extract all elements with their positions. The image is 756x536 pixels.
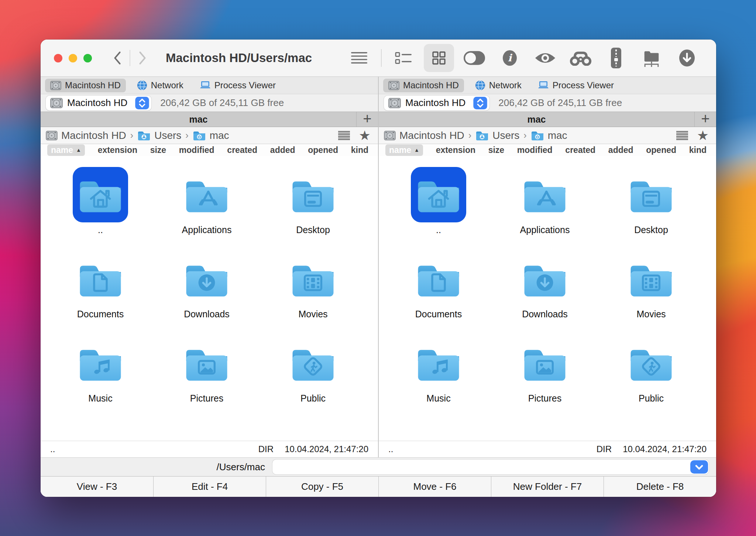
add-tab-button[interactable]: + (356, 112, 378, 127)
column-header-added[interactable]: added (270, 145, 295, 155)
free-space-label: 206,42 GB of 245,11 GB free (498, 97, 622, 109)
file-item-downloads[interactable]: Downloads (154, 251, 260, 335)
tab-network[interactable]: Network (132, 79, 189, 92)
file-item-downloads[interactable]: Downloads (492, 251, 598, 335)
column-header-name[interactable]: name ▲ (47, 144, 85, 156)
file-item-documents[interactable]: Documents (47, 251, 154, 335)
preview-button[interactable] (530, 44, 560, 72)
menu-button[interactable] (344, 44, 374, 72)
tab-macintosh-hd[interactable]: Macintosh HD (383, 79, 464, 92)
forward-button[interactable] (136, 49, 149, 67)
breadcrumb-segment-macintosh-hd[interactable]: Macintosh HD (46, 130, 126, 141)
laptop-icon (538, 81, 549, 90)
breadcrumb-segment-mac[interactable]: mac (531, 130, 567, 141)
file-grid: .. Applications Desktop (41, 156, 378, 441)
drive-stepper-button[interactable] (472, 97, 488, 109)
list-view-button[interactable] (388, 44, 419, 72)
file-item-movies[interactable]: Movies (598, 251, 704, 335)
file-item-movies[interactable]: Movies (260, 251, 366, 335)
breadcrumb: Macintosh HD › Users › mac ★ (379, 127, 716, 144)
drive-selector[interactable]: Macintosh HD (46, 96, 151, 110)
file-item-public[interactable]: Public (598, 335, 704, 420)
chevron-right-icon (138, 51, 147, 65)
toolbar-divider (381, 49, 382, 67)
command-input[interactable] (277, 460, 687, 474)
file-item-desktop[interactable]: Desktop (598, 167, 704, 251)
column-headers: name ▲ extension size modified created a… (379, 144, 716, 156)
drive-stepper-button[interactable] (134, 97, 150, 109)
breadcrumb-segment-macintosh-hd[interactable]: Macintosh HD (384, 130, 464, 141)
close-button[interactable] (54, 54, 62, 62)
column-header-extension[interactable]: extension (436, 145, 475, 155)
column-header-kind[interactable]: kind (689, 145, 707, 155)
hard-drive-icon (388, 81, 399, 91)
back-button[interactable] (111, 49, 124, 67)
file-item-pictures[interactable]: Pictures (492, 335, 598, 420)
column-header-opened[interactable]: opened (646, 145, 676, 155)
zoom-button[interactable] (83, 54, 92, 62)
tab-network[interactable]: Network (470, 79, 527, 92)
network-button[interactable] (636, 44, 667, 72)
path-list-button[interactable] (676, 131, 688, 140)
file-item-pictures[interactable]: Pictures (154, 335, 260, 420)
file-item-documents[interactable]: Documents (385, 251, 492, 335)
view-f3-button[interactable]: View - F3 (41, 477, 153, 497)
move-f6-button[interactable]: Move - F6 (378, 477, 491, 497)
edit-f4-button[interactable]: Edit - F4 (153, 477, 266, 497)
column-header-modified[interactable]: modified (179, 145, 214, 155)
breadcrumb-separator: › (130, 130, 133, 141)
file-item-parent[interactable]: .. (385, 167, 492, 251)
column-header-added[interactable]: added (608, 145, 633, 155)
delete-f8-button[interactable]: Delete - F8 (604, 477, 716, 497)
folder-icon (628, 259, 675, 299)
archive-button[interactable] (601, 44, 631, 72)
info-button[interactable]: i (495, 44, 525, 72)
column-header-created[interactable]: created (227, 145, 257, 155)
file-item-music[interactable]: Music (385, 335, 492, 420)
file-item-parent[interactable]: .. (47, 167, 154, 251)
favorites-star-button[interactable]: ★ (359, 129, 371, 142)
command-history-button[interactable] (690, 460, 708, 474)
path-list-button[interactable] (338, 131, 350, 140)
folder-tab[interactable]: mac (41, 112, 356, 127)
column-header-name[interactable]: name ▲ (385, 144, 423, 156)
column-header-size[interactable]: size (488, 145, 504, 155)
minimize-button[interactable] (69, 54, 77, 62)
search-button[interactable] (566, 44, 596, 72)
nav-divider (130, 50, 130, 66)
file-item-music[interactable]: Music (47, 335, 154, 420)
breadcrumb-segment-mac[interactable]: mac (193, 130, 229, 141)
tab-process-viewer[interactable]: Process Viewer (195, 79, 281, 92)
breadcrumb-segment-users[interactable]: Users (137, 130, 181, 141)
download-queue-button[interactable] (672, 44, 702, 72)
file-item-public[interactable]: Public (260, 335, 366, 420)
column-header-size[interactable]: size (150, 145, 166, 155)
folder-tab[interactable]: mac (379, 112, 694, 127)
folder-tile (285, 335, 341, 391)
toggle-switch-icon (464, 51, 485, 65)
new-folder-f7-button[interactable]: New Folder - F7 (491, 477, 604, 497)
column-header-opened[interactable]: opened (308, 145, 338, 155)
add-tab-button[interactable]: + (694, 112, 716, 127)
toggle-panel-button[interactable] (459, 44, 489, 72)
column-header-kind[interactable]: kind (351, 145, 368, 155)
file-item-applications[interactable]: Applications (492, 167, 598, 251)
tab-macintosh-hd[interactable]: Macintosh HD (45, 79, 126, 92)
favorites-star-button[interactable]: ★ (697, 129, 709, 142)
column-header-created[interactable]: created (565, 145, 595, 155)
column-headers: name ▲ extension size modified created a… (41, 144, 378, 156)
column-header-extension[interactable]: extension (98, 145, 137, 155)
grid-view-button[interactable] (424, 44, 454, 72)
tab-process-viewer[interactable]: Process Viewer (533, 79, 619, 92)
copy-f5-button[interactable]: Copy - F5 (266, 477, 378, 497)
zip-icon (611, 47, 622, 69)
column-header-modified[interactable]: modified (517, 145, 553, 155)
file-item-applications[interactable]: Applications (154, 167, 260, 251)
file-item-desktop[interactable]: Desktop (260, 167, 366, 251)
folder-icon (183, 344, 230, 383)
file-item-label: Music (426, 393, 450, 404)
breadcrumb-segment-users[interactable]: Users (475, 130, 519, 141)
drive-selector[interactable]: Macintosh HD (384, 96, 489, 110)
folder-icon (628, 175, 675, 215)
folder-tile (179, 335, 234, 391)
